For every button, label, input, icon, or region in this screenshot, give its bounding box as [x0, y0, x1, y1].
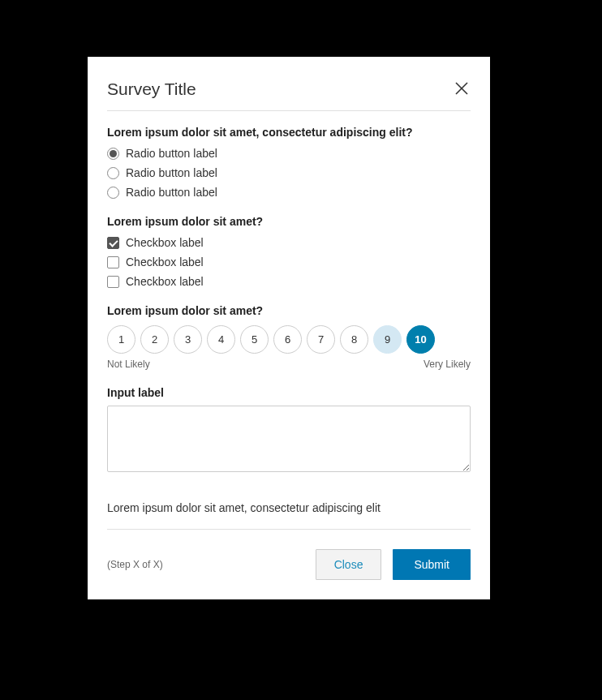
- radio-label: Radio button label: [126, 186, 217, 199]
- likert-button[interactable]: 9: [373, 325, 402, 354]
- modal-footer: (Step X of X) Close Submit: [107, 549, 471, 580]
- question-likert: Lorem ipsum dolor sit amet? 12345678910 …: [107, 304, 471, 370]
- question-checkbox: Lorem ipsum dolor sit amet? Checkbox lab…: [107, 215, 471, 288]
- radio-option[interactable]: Radio button label: [107, 166, 471, 179]
- footer-actions: Close Submit: [316, 549, 471, 580]
- close-button[interactable]: Close: [316, 549, 382, 580]
- question-label: Lorem ipsum dolor sit amet?: [107, 304, 471, 317]
- radio-icon: [107, 148, 119, 160]
- checkbox-icon: [107, 237, 119, 249]
- checkbox-label: Checkbox label: [126, 256, 204, 268]
- question-radio: Lorem ipsum dolor sit amet, consectetur …: [107, 126, 471, 199]
- likert-low-label: Not Likely: [107, 359, 150, 370]
- radio-icon: [107, 187, 119, 199]
- question-label: Lorem ipsum dolor sit amet?: [107, 215, 471, 228]
- modal-title: Survey Title: [107, 79, 196, 99]
- text-input[interactable]: [107, 406, 471, 472]
- checkbox-option[interactable]: Checkbox label: [107, 256, 471, 268]
- step-indicator: (Step X of X): [107, 559, 163, 570]
- checkbox-label: Checkbox label: [126, 236, 204, 249]
- radio-icon: [107, 167, 119, 179]
- checkbox-icon: [107, 276, 119, 288]
- radio-label: Radio button label: [126, 166, 217, 179]
- question-input: Input label: [107, 386, 471, 475]
- checkbox-option[interactable]: Checkbox label: [107, 236, 471, 249]
- likert-labels: Not Likely Very Likely: [107, 359, 471, 370]
- question-label: Lorem ipsum dolor sit amet, consectetur …: [107, 126, 471, 139]
- likert-button[interactable]: 3: [174, 325, 202, 354]
- radio-option[interactable]: Radio button label: [107, 186, 471, 199]
- survey-description: Lorem ipsum dolor sit amet, consectetur …: [107, 501, 471, 514]
- likert-button[interactable]: 6: [273, 325, 302, 354]
- close-icon[interactable]: [453, 79, 471, 97]
- modal-header: Survey Title: [107, 79, 471, 111]
- submit-button[interactable]: Submit: [393, 549, 471, 580]
- survey-modal: Survey Title Lorem ipsum dolor sit amet,…: [88, 57, 490, 599]
- likert-button[interactable]: 4: [207, 325, 235, 354]
- likert-button[interactable]: 5: [240, 325, 269, 354]
- input-label: Input label: [107, 386, 471, 399]
- likert-high-label: Very Likely: [424, 359, 471, 370]
- checkbox-label: Checkbox label: [126, 275, 204, 288]
- radio-label: Radio button label: [126, 147, 217, 160]
- likert-button[interactable]: 10: [406, 325, 435, 354]
- likert-button[interactable]: 1: [107, 325, 135, 354]
- checkbox-option[interactable]: Checkbox label: [107, 275, 471, 288]
- likert-button[interactable]: 7: [307, 325, 335, 354]
- likert-button[interactable]: 2: [140, 325, 169, 354]
- footer-divider: [107, 529, 471, 530]
- radio-option[interactable]: Radio button label: [107, 147, 471, 160]
- checkbox-icon: [107, 256, 119, 268]
- likert-button[interactable]: 8: [340, 325, 368, 354]
